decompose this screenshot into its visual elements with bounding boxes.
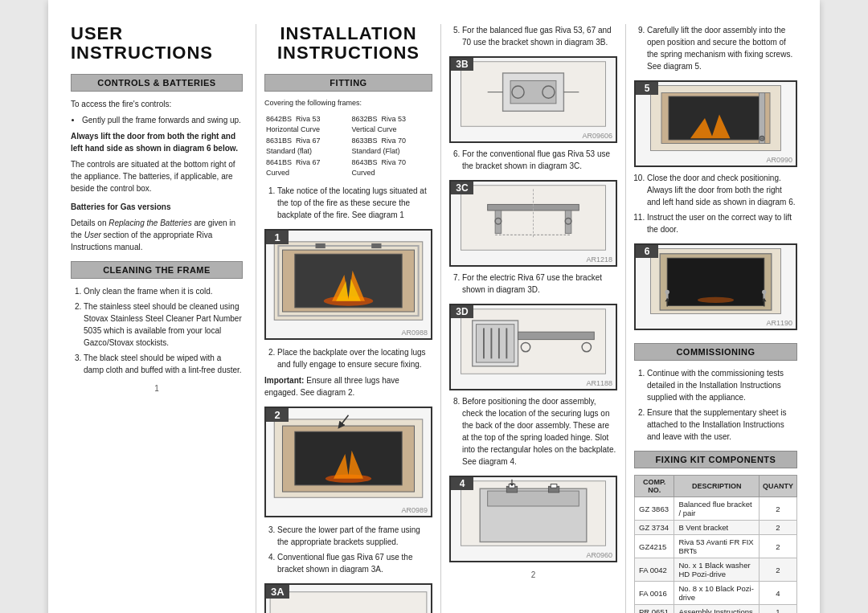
cleaning-content: Only clean the frame when it is cold. Th… (71, 285, 243, 376)
diagram-1: 1 AR0988 (264, 229, 432, 340)
diagram-6-svg (636, 245, 796, 317)
fixing-kit-header: FIXING KIT COMPONENTS (634, 451, 797, 468)
commissioning-content: Continue with the commissioning tests de… (634, 367, 797, 443)
step-6-text: For the conventional flue gas Riva 53 us… (449, 148, 617, 172)
user-instructions-title: USER INSTRUCTIONS (71, 24, 243, 63)
row-6-qty: 1 (759, 605, 796, 614)
diagram-3a: 3A AR0990 (264, 583, 432, 613)
page-wrapper: USER INSTRUCTIONS CONTROLS & BATTERIES T… (48, 0, 820, 613)
row-3-comp: GZ4215 (635, 535, 674, 558)
fitting-step-2-wrap: Place the backplate over the locating lu… (264, 346, 432, 398)
svg-rect-49 (488, 491, 579, 506)
diagram-3d-ref: AR1188 (451, 378, 616, 389)
commissioning-item-1: Continue with the commissioning tests de… (647, 367, 797, 403)
diagram-2: 2 AR0989 (264, 407, 432, 517)
diagram-3d-img (451, 305, 616, 378)
model-3b: 8643BS Riva 70 Curved (351, 157, 431, 178)
diagram-2-img (266, 408, 431, 505)
covering-label: Covering the following frames: (264, 98, 432, 108)
row-5-desc: No. 8 x 10 Black Pozi-drive (674, 582, 760, 605)
diagram-3c: 3C AR1218 (449, 180, 617, 267)
row-6-desc: Assembly Instructions (674, 605, 760, 614)
diagram-1-label: 1 (266, 231, 289, 244)
diagram-5: 5 AR0990 (634, 80, 797, 167)
fitting-step-2: Place the backplate over the locating lu… (277, 346, 432, 370)
diagram-2-ref: AR0989 (266, 505, 431, 516)
diagram-5-svg (636, 82, 796, 154)
diagram-2-label: 2 (266, 408, 289, 422)
step-5: For the balanced flue gas Riva 53, 67 an… (462, 24, 617, 48)
diagram-4-img (451, 477, 616, 550)
diagram-6: 6 (634, 243, 797, 330)
controls-intro: To access the fire's controls: (71, 98, 243, 110)
diagram-3c-img (451, 182, 616, 254)
fitting-header: FITTING (264, 74, 432, 92)
table-row: PR 0651 Assembly Instructions 1 (635, 605, 797, 614)
step-7-text: For the electric Riva 67 use the bracket… (449, 272, 617, 296)
step-8: Before positioning the door assembly, ch… (462, 395, 617, 468)
diagram-3b-label: 3B (451, 58, 473, 71)
diagram-3a-img (266, 585, 431, 613)
fitting-steps-3-4: Secure the lower part of the frame using… (264, 524, 432, 575)
controls-bullet: Gently pull the frame forwards and swing… (82, 114, 243, 126)
col-comp-no: COMP. NO. (635, 476, 674, 497)
diagram-3c-label: 3C (451, 182, 473, 194)
step-10: Close the door and check positioning. Al… (647, 172, 797, 208)
diagram-3c-svg (451, 182, 616, 254)
row-6-comp: PR 0651 (635, 605, 674, 614)
step-9: Carefully lift the door assembly into th… (647, 24, 797, 72)
center-right-page-num: 2 (449, 570, 617, 579)
table-row: GZ 3863 Balanced flue bracket / pair 2 (635, 497, 797, 521)
row-1-desc: Balanced flue bracket / pair (674, 497, 760, 521)
svg-rect-15 (270, 591, 427, 613)
controls-content: To access the fire's controls: Gently pu… (71, 98, 243, 253)
diagram-6-img (636, 245, 796, 317)
svg-rect-53 (551, 484, 557, 488)
right-column: Carefully lift the door assembly into th… (625, 24, 797, 613)
diagram-5-img (636, 82, 796, 154)
diagram-1-img (266, 231, 431, 327)
fixing-kit-section: FIXING KIT COMPONENTS COMP. NO. DESCRIPT… (634, 451, 797, 613)
steps-9-11: Carefully lift the door assembly into th… (634, 24, 797, 72)
row-2-comp: GZ 3734 (635, 521, 674, 535)
row-1-comp: GZ 3863 (635, 497, 674, 521)
diagram-3d-svg (451, 305, 616, 378)
svg-rect-24 (510, 80, 556, 103)
diagram-5-ref: AR0990 (636, 154, 796, 166)
cleaning-item-3: The black steel should be wiped with a d… (84, 352, 243, 376)
left-column: USER INSTRUCTIONS CONTROLS & BATTERIES T… (71, 24, 256, 613)
fitting-step-3: Secure the lower part of the frame using… (277, 524, 432, 548)
row-4-qty: 2 (759, 558, 796, 582)
step-6: For the conventional flue gas Riva 53 us… (462, 148, 617, 172)
svg-rect-32 (565, 210, 571, 233)
diagram-1-ref: AR0988 (266, 327, 431, 338)
step-11: Instruct the user on the correct way to … (647, 211, 797, 235)
step-5-text: For the balanced flue gas Riva 53, 67 an… (449, 24, 617, 48)
diagram-6-ref: AR1190 (636, 317, 796, 329)
diagram-3b-ref: AR09606 (451, 130, 616, 141)
diagram-6-label: 6 (636, 245, 658, 258)
center-right-column: For the balanced flue gas Riva 53, 67 an… (440, 24, 625, 613)
fitting-steps: Take notice of the locating lugs situate… (264, 185, 432, 221)
diagram-3b-img (451, 58, 616, 130)
commissioning-section: COMMISSIONING Continue with the commissi… (634, 343, 797, 443)
row-2-qty: 2 (759, 521, 796, 535)
fitting-covering: Covering the following frames: 8642BS Ri… (264, 98, 432, 179)
model-2a: 8631BS Riva 67 Standard (flat) (266, 136, 350, 156)
diagram-4-svg (451, 477, 616, 550)
fitting-step-4: Conventional flue gas Riva 67 use the br… (277, 551, 432, 575)
row-4-desc: No. x 1 Black washer HD Pozi-drive (674, 558, 760, 582)
commissioning-header: COMMISSIONING (634, 343, 797, 361)
row-3-desc: Riva 53 Avanti FR FIX BRTs (674, 535, 760, 558)
row-3-qty: 2 (759, 535, 796, 558)
diagram-3b: 3B AR09606 (449, 56, 617, 143)
diagram-1-svg (266, 231, 431, 327)
controls-bold-note: Always lift the door from both the right… (71, 132, 238, 153)
left-page-number: 1 (71, 384, 243, 393)
diagram-2-svg (266, 408, 431, 505)
cleaning-item-1: Only clean the frame when it is cold. (84, 285, 243, 297)
table-row: GZ4215 Riva 53 Avanti FR FIX BRTs 2 (635, 535, 797, 558)
fixing-kit-table: COMP. NO. DESCRIPTION QUANTY GZ 3863 Bal… (634, 475, 797, 613)
svg-rect-8 (371, 243, 381, 247)
row-5-comp: FA 0016 (635, 582, 674, 605)
